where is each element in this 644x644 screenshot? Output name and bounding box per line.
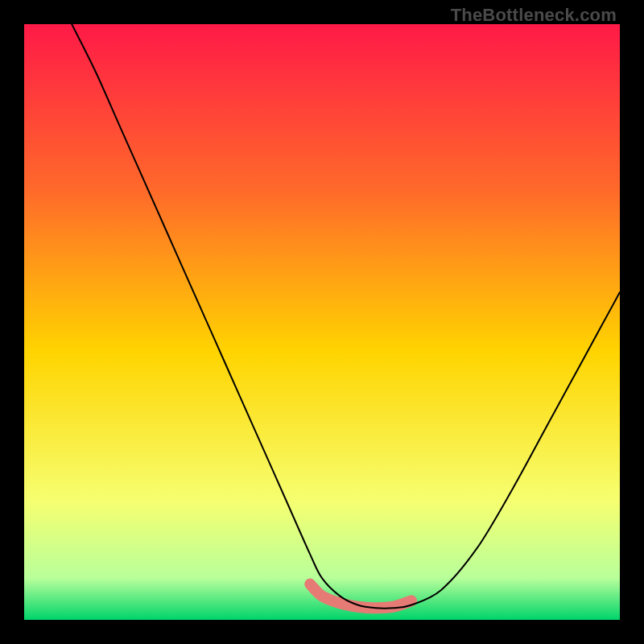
highlight-band bbox=[310, 584, 411, 609]
bottleneck-curve bbox=[72, 24, 620, 609]
chart-frame: TheBottleneck.com bbox=[0, 0, 644, 644]
plot-area bbox=[24, 24, 620, 620]
watermark-text: TheBottleneck.com bbox=[451, 5, 617, 26]
curve-layer bbox=[24, 24, 620, 620]
